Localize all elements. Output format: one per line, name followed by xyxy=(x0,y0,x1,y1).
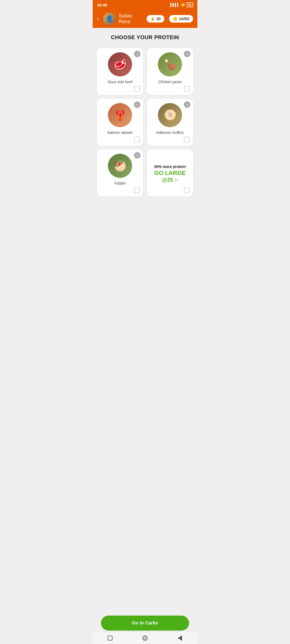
food-name-salmon-skewer: Salmon skewer xyxy=(107,130,133,135)
checkbox-salmon-skewer[interactable] xyxy=(134,137,140,142)
wifi-icon: 📶 xyxy=(181,3,185,7)
coins-value: 14252 xyxy=(179,17,189,21)
go-large-price: @25 :- xyxy=(162,177,178,183)
avatar: 👤 xyxy=(103,13,115,25)
protein-card-halloumi-muffins[interactable]: i 🫓 Halloumi muffins xyxy=(147,99,193,146)
protein-grid: i 🥩 Sous vide beef i 🍗 Chicken pesto i 🦞… xyxy=(97,48,193,196)
protein-card-chicken-pesto[interactable]: i 🍗 Chicken pesto xyxy=(147,48,193,95)
coins-badge: 🪙 14252 xyxy=(169,15,193,23)
go-large-title: GO LARGE xyxy=(154,170,186,176)
protein-card-falafel[interactable]: i 🥙 Falafel xyxy=(97,149,143,196)
avatar-image: 👤 xyxy=(103,13,115,25)
points-badge: ✌️ 20 xyxy=(147,15,164,23)
checkbox-chicken-pesto[interactable] xyxy=(184,86,190,92)
go-large-card[interactable]: 50% more protein GO LARGE @25 :- xyxy=(147,149,193,196)
food-image-halloumi-muffins: 🫓 xyxy=(158,103,182,127)
checkbox-go-large[interactable] xyxy=(184,187,190,193)
food-name-chicken-pesto: Chicken pesto xyxy=(158,80,182,84)
checkbox-sous-vide-beef[interactable] xyxy=(134,86,140,92)
status-time: 19:40 xyxy=(97,3,107,7)
battery-icon: 50 xyxy=(187,2,193,7)
header: ‹ 👤 Sultan Rana ✌️ 20 🪙 14252 xyxy=(93,10,197,28)
checkbox-halloumi-muffins[interactable] xyxy=(184,137,190,142)
info-icon-sous-vide-beef[interactable]: i xyxy=(134,51,140,57)
content-area: CHOOSE YOUR PROTEIN i 🥩 Sous vide beef i… xyxy=(93,28,197,229)
protein-card-sous-vide-beef[interactable]: i 🥩 Sous vide beef xyxy=(97,48,143,95)
back-button[interactable]: ‹ xyxy=(97,15,99,22)
food-image-chicken-pesto: 🍗 xyxy=(158,52,182,76)
info-icon-salmon-skewer[interactable]: i xyxy=(134,101,140,108)
signal-icon: ▌▌▌▌ xyxy=(170,3,179,7)
peace-icon: ✌️ xyxy=(150,17,155,21)
status-icons: ▌▌▌▌ 📶 50 xyxy=(170,2,193,7)
page-title: CHOOSE YOUR PROTEIN xyxy=(97,34,193,41)
user-name: Sultan Rana xyxy=(119,13,143,24)
info-icon-falafel[interactable]: i xyxy=(134,152,140,159)
food-name-falafel: Falafel xyxy=(114,181,126,185)
go-large-more-text: 50% more protein xyxy=(154,164,186,169)
food-image-falafel: 🥙 xyxy=(108,154,132,178)
points-value: 20 xyxy=(156,17,161,21)
info-icon-halloumi-muffins[interactable]: i xyxy=(184,101,190,108)
coins-icon: 🪙 xyxy=(173,17,177,21)
food-name-sous-vide-beef: Sous vide beef xyxy=(108,80,133,84)
food-name-halloumi-muffins: Halloumi muffins xyxy=(156,130,184,135)
protein-card-salmon-skewer[interactable]: i 🦞 Salmon skewer xyxy=(97,99,143,146)
info-icon-chicken-pesto[interactable]: i xyxy=(184,51,190,57)
food-image-sous-vide-beef: 🥩 xyxy=(108,52,132,76)
status-bar: 19:40 ▌▌▌▌ 📶 50 xyxy=(93,0,197,10)
checkbox-falafel[interactable] xyxy=(134,187,140,193)
food-image-salmon-skewer: 🦞 xyxy=(108,103,132,127)
